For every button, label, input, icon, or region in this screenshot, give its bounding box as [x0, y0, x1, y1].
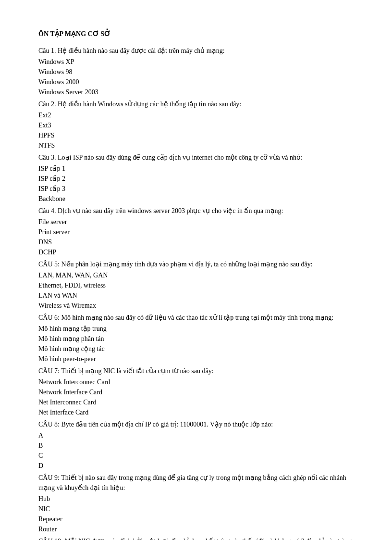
question-text-5: CÂU 5: Nếu phân loại mạng máy tính dựa v…: [38, 259, 354, 269]
answer-9-4: Router: [38, 524, 354, 534]
question-text-1: Câu 1. Hệ điều hành nào sau đây được cài…: [38, 46, 354, 56]
question-text-2: Câu 2. Hệ điều hành Windows sử dụng các …: [38, 99, 354, 109]
question-section-2: Câu 2. Hệ điều hành Windows sử dụng các …: [38, 99, 354, 151]
answer-7-3: Net Interconnec Card: [38, 397, 354, 407]
answer-8-2: B: [38, 440, 354, 451]
answer-3-2: ISP cấp 2: [38, 174, 354, 184]
question-text-7: CÂU 7: Thiết bị mạng NIC là viết tắt của…: [38, 366, 354, 376]
answer-1-1: Windows XP: [38, 57, 354, 67]
page-title: ÔN TẬP MẠNG CƠ SỞ: [38, 29, 354, 39]
answer-2-4: NTFS: [38, 140, 354, 151]
question-section-10: CÂU 10: Mỗi NIC được xác định bởi một lo…: [38, 536, 354, 540]
answer-1-4: Windows Server 2003: [38, 87, 354, 97]
question-text-8: CÂU 8: Byte đầu tiên của một địa chỉ IP …: [38, 419, 354, 429]
answer-8-1: A: [38, 430, 354, 440]
answer-6-4: Mô hình peer-to-peer: [38, 354, 354, 364]
answer-4-1: File server: [38, 217, 354, 227]
question-section-3: Câu 3. Loại ISP nào sau đây dùng để cung…: [38, 152, 354, 204]
question-section-6: CÂU 6: Mô hình mạng nào sau đây có dữ li…: [38, 313, 354, 364]
answer-9-3: Repeater: [38, 514, 354, 524]
answer-8-4: D: [38, 461, 354, 471]
answer-3-4: Backbone: [38, 194, 354, 204]
answer-2-2: Ext3: [38, 120, 354, 130]
question-text-4: Câu 4. Dịch vụ nào sau đây trên windows …: [38, 206, 354, 216]
question-section-9: CÂU 9: Thiết bị nào sau đây trong mạng d…: [38, 473, 354, 534]
answer-1-3: Windows 2000: [38, 77, 354, 87]
answer-6-3: Mô hình mạng cộng tác: [38, 344, 354, 354]
answer-2-1: Ext2: [38, 110, 354, 120]
answer-9-2: NIC: [38, 504, 354, 514]
answer-5-3: LAN và WAN: [38, 290, 354, 301]
answer-2-3: HPFS: [38, 130, 354, 140]
question-section-7: CÂU 7: Thiết bị mạng NIC là viết tắt của…: [38, 366, 354, 417]
question-text-9: CÂU 9: Thiết bị nào sau đây trong mạng d…: [38, 473, 354, 493]
answer-3-3: ISP cấp 3: [38, 184, 354, 194]
question-text-10: CÂU 10: Mỗi NIC được xác định bởi một lo…: [38, 536, 354, 540]
answer-3-1: ISP cấp 1: [38, 163, 354, 174]
answer-1-2: Windows 98: [38, 67, 354, 77]
answer-5-1: LAN, MAN, WAN, GAN: [38, 270, 354, 280]
question-text-3: Câu 3. Loại ISP nào sau đây dùng để cung…: [38, 152, 354, 163]
answer-6-2: Mô hình mạng phân tán: [38, 334, 354, 344]
question-section-8: CÂU 8: Byte đầu tiên của một địa chỉ IP …: [38, 419, 354, 471]
answer-4-3: DNS: [38, 237, 354, 247]
page-content: ÔN TẬP MẠNG CƠ SỞ Câu 1. Hệ điều hành nà…: [38, 29, 354, 540]
answer-4-2: Print server: [38, 227, 354, 237]
answer-4-4: DCHP: [38, 247, 354, 257]
answer-9-1: Hub: [38, 494, 354, 504]
question-section-1: Câu 1. Hệ điều hành nào sau đây được cài…: [38, 46, 354, 97]
answer-5-2: Ethernet, FDDI, wireless: [38, 280, 354, 290]
answer-5-4: Wireless và Wiremax: [38, 301, 354, 311]
question-section-4: Câu 4. Dịch vụ nào sau đây trên windows …: [38, 206, 354, 257]
questions-container: Câu 1. Hệ điều hành nào sau đây được cài…: [38, 46, 354, 540]
question-section-5: CÂU 5: Nếu phân loại mạng máy tính dựa v…: [38, 259, 354, 311]
answer-7-1: Network Interconnec Card: [38, 377, 354, 387]
question-text-6: CÂU 6: Mô hình mạng nào sau đây có dữ li…: [38, 313, 354, 323]
answer-6-1: Mô hình mạng tập trung: [38, 324, 354, 334]
answer-8-3: C: [38, 451, 354, 461]
answer-7-2: Network Interface Card: [38, 387, 354, 397]
answer-7-4: Net Interface Card: [38, 407, 354, 417]
